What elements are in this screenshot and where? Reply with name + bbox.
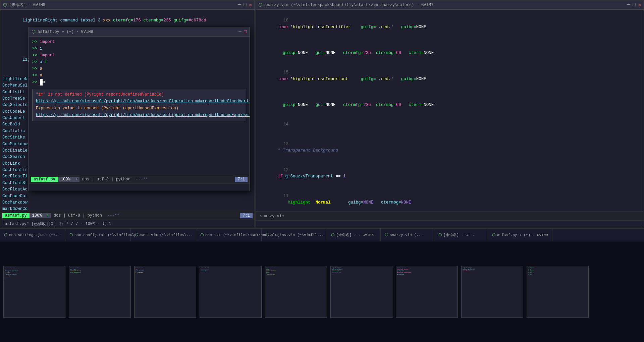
code-line: 15 :exe 'highlight cssImportant guifg='.… [258,63,642,89]
gvim7-titlebar: ⬡ snazzy.vim (~\vimfiles\pack\beautifly\… [256,0,644,10]
tab-coc-settings[interactable]: ⬡ coc-settings.json (~\... [0,229,65,241]
preview-mask[interactable]: " mask.vim let g:mask_color = '#282a36' … [134,266,196,318]
code-line: 14 [258,115,642,134]
diag-error-2: Expression value is unused (Pyright repo… [36,105,243,112]
repl-line: >> im [32,79,246,86]
maximize-button[interactable]: □ [633,2,635,8]
gvim9-title-left: ⬡ asfasf.py + (~) - GVIM9 [32,29,93,35]
repl-line: >> a=f [32,59,246,65]
preview-gvim6[interactable]: LightlineRight xxx ctermfg=176 CocMenuSe… [330,266,392,318]
status-pct: 100% [58,177,73,182]
gvim8-statusbar: asfasf.py 100% + dos | utf-8 | python --… [0,211,255,220]
vim-tab-icon: ⬡ [492,232,495,237]
gvim8-titlebar: ⬡ [未命名] - GVIM8 ─ □ ✕ [0,0,255,10]
preview-content: " snazzy.vim highlight Normal guibg=NONE… [396,266,458,318]
preview-coc-config[interactable]: // coc config set rtp+= ~\vimfiles\pack … [69,266,131,318]
tab-snazzy[interactable]: ⬡ snazzy.vim (... [381,229,434,241]
minimize-button[interactable]: ─ [238,29,241,35]
tab-mask[interactable]: ⬡ mask.vim (~\vimfiles\... [131,229,196,241]
gvim9-title-text: asfasf.py + (~) - GVIM9 [38,30,93,34]
code-line: 11 highlight Normal guibg=NONE ctermbg=N… [258,186,642,212]
preview-plugins[interactable]: " plugins.vim Plug 'neoclide/coc' Plug '… [265,266,327,318]
repl-line: >> i [32,45,246,52]
status-filename: asfasf.py [31,177,58,182]
status-mode: ---** [133,177,151,182]
minimize-button[interactable]: ─ [627,2,630,8]
vim-tab-icon: ⬡ [331,232,334,237]
gvim8-title-text: [未命名] - GVIM8 [9,2,45,8]
code-line: CocMarkdow [2,199,253,206]
vim-tab-icon: ⬡ [266,232,269,237]
tab-asfasf[interactable]: ⬡ asfasf.py + (~) - GVIM9 [488,229,552,241]
diag-url-1: https://github.com/microsoft/pyright/blo… [36,98,243,105]
preview-content: " plugins.vim Plug 'neoclide/coc' Plug '… [265,266,327,318]
vim-tab-icon: ⬡ [4,232,7,237]
tab-label: plugins.vim (~\vimfil... [271,233,324,237]
gvim7-content: 16 :exe 'highlight cssIdentifier guifg='… [256,10,644,212]
preview-content: // coc settings { "suggest.noselect" : t… [4,266,65,318]
preview-snazzy[interactable]: " snazzy.vim highlight Normal guibg=NONE… [396,266,458,318]
tab-label: snazzy.vim (... [390,233,423,237]
line-number: 13 [278,141,288,148]
diagnostic-popup: "im" is not defined (Pyright reportUndef… [32,89,246,121]
gvim8-cmdline: "asfasf.py" [已修改][新] 行 7 / 7 --100%-- 列 … [0,220,255,228]
restore-button[interactable]: □ [244,29,247,35]
line-number: 16 [278,17,288,24]
preview-content: >> import >> i >> import >> a=f >> im [527,266,588,318]
preview-coc-settings[interactable]: // coc settings { "suggest.noselect" : t… [3,266,65,318]
preview-content: LightlineRight xxx guifg=#c678dd CocSele… [462,266,523,318]
status-mode: ---** [105,213,122,218]
gvim9-cmdline [29,183,250,191]
taskbar-tabs: ⬡ coc-settings.json (~\... ⬡ coc-config.… [0,229,644,241]
tab-coc[interactable]: ⬡ coc.txt (~\vimfiles\pack\coc... [196,229,262,241]
tab-label: [未命名] + - GVIM6 [336,232,374,237]
tab-coc-config[interactable]: ⬡ coc-config.txt (~\vimfiles\p... [65,229,131,241]
gvim9-statusbar: asfasf.py 100% + dos | utf-8 | python --… [29,175,250,183]
status-plus: + [73,177,79,182]
status-filename: asfasf.py [2,213,30,218]
tab-plugins[interactable]: ⬡ plugins.vim (~\vimfil... [262,229,327,241]
status-pos: 7:1 [235,177,248,182]
status-info: snazzy.vim [258,214,284,219]
status-info: dos | utf-8 | python [79,177,133,182]
repl-line: >> a [32,72,246,79]
repl-line: >> import [32,52,246,59]
maximize-button[interactable]: □ [244,2,246,8]
preview-coc-txt[interactable]: coc.txt help =========== CocAction ... [200,266,262,318]
status-pct: 100% [30,213,45,218]
close-button[interactable]: ✕ [638,2,641,8]
preview-unnamed[interactable]: LightlineRight xxx guifg=#c678dd CocSele… [461,266,523,318]
minimize-button[interactable]: ─ [238,2,241,8]
tab-gvim6[interactable]: ⬡ [未命名] + - GVIM6 [327,229,381,241]
preview-content: // coc config set rtp+= ~\vimfiles\pack … [69,266,130,318]
diag-error-1: "im" is not defined (Pyright reportUndef… [36,91,243,98]
code-line: 13 " Transparent Background [258,134,642,161]
line-number: 12 [278,167,288,173]
gvim8-controls[interactable]: ─ □ ✕ [238,2,252,8]
tab-label: mask.vim (~\vimfiles\... [140,233,193,237]
vim-tab-icon: ⬡ [385,232,388,237]
code-line: CocFadeOut [2,193,253,199]
vim-icon: ⬡ [3,2,7,8]
gvim7-controls[interactable]: ─ □ ✕ [627,2,641,8]
gvim7-cmdline [256,220,644,228]
taskbar-previews: // coc settings { "suggest.noselect" : t… [0,241,644,342]
code-line: guisp=NONE gui=NONE ctermfg=235 ctermbg=… [258,89,642,115]
vim-icon: ⬡ [258,2,262,8]
close-button[interactable]: ✕ [249,2,252,8]
desktop: ⬡ [未命名] - GVIM8 ─ □ ✕ LightlineRight_com… [0,0,644,342]
status-pos: 7:1 [240,213,253,218]
status-info: dos | utf-8 | python [51,213,105,218]
gvim9-controls[interactable]: ─ □ [238,29,247,35]
line-number: 15 [278,69,288,76]
preview-asfasf[interactable]: >> import >> i >> import >> a=f >> im [527,266,589,318]
vim-tab-icon: ⬡ [69,232,73,237]
vim-tab-icon: ⬡ [200,232,204,237]
gvim7-statusbar: snazzy.vim [256,212,644,220]
status-plus: + [45,213,51,218]
gvim9-window: ⬡ asfasf.py + (~) - GVIM9 ─ □ >> import … [29,27,250,191]
tab-label: asfasf.py + (~) - GVIM9 [497,233,548,237]
tab-unnamed[interactable]: ⬡ [未命名] - G... [434,229,488,241]
preview-content: coc.txt help =========== CocAction ... [200,266,261,318]
vim-tab-icon: ⬡ [135,232,138,237]
